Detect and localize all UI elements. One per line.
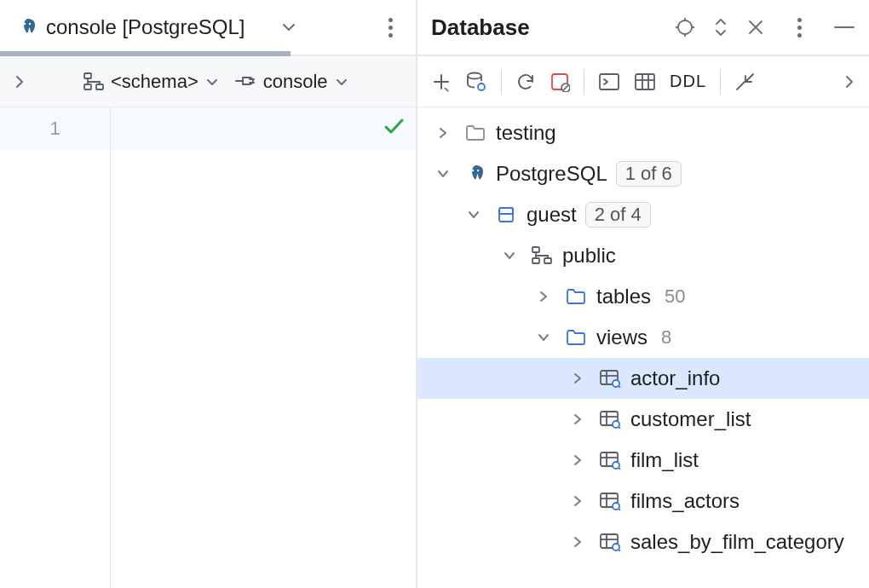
chevron-down-icon [335, 75, 348, 89]
editor-line: 1 [0, 107, 416, 150]
svg-point-17 [472, 170, 474, 171]
chevron-down-icon [205, 75, 219, 89]
editor-pane: console [PostgreSQL] <schema> [0, 0, 417, 588]
view-icon [598, 533, 622, 551]
chevron-right-icon [566, 372, 590, 384]
status-ok-icon [382, 114, 406, 138]
tree-node-views[interactable]: views 8 [417, 317, 869, 358]
database-tree[interactable]: testing PostgreSQL 1 of 6 guest 2 of 4 p… [417, 107, 869, 588]
code-editor[interactable]: 1 [0, 107, 416, 588]
refresh-button[interactable] [515, 72, 536, 92]
svg-rect-21 [532, 247, 539, 252]
svg-point-27 [613, 380, 619, 387]
tree-node-tables[interactable]: tables 50 [417, 276, 869, 317]
tree-label: customer_list [630, 407, 751, 431]
svg-line-48 [619, 550, 620, 551]
svg-line-43 [619, 509, 620, 510]
svg-point-8 [478, 84, 485, 90]
folder-icon [564, 329, 588, 346]
tree-node-public[interactable]: public [417, 235, 869, 276]
chevron-down-icon [498, 250, 521, 262]
datasource-properties-button[interactable] [465, 71, 487, 93]
database-pane: Database DDL [417, 0, 869, 588]
chevron-right-icon [566, 454, 590, 466]
svg-rect-23 [544, 258, 551, 263]
editor-tab-title: console [PostgreSQL] [46, 15, 245, 39]
svg-rect-3 [84, 84, 91, 89]
svg-point-47 [613, 544, 619, 551]
svg-line-33 [619, 427, 620, 429]
minimize-icon[interactable] [833, 24, 855, 31]
editor-tab-bar: console [PostgreSQL] [0, 0, 416, 56]
svg-point-37 [613, 462, 619, 469]
expand-right-button[interactable] [843, 73, 855, 90]
schema-selector[interactable]: <schema> [78, 63, 224, 101]
hide-icon[interactable] [746, 18, 765, 37]
count-text: 8 [661, 326, 671, 349]
svg-point-5 [678, 20, 692, 34]
stop-button[interactable] [550, 72, 570, 92]
expand-collapse-icon[interactable] [712, 17, 729, 37]
tree-node-view-item[interactable]: sales_by_film_category [417, 522, 869, 562]
tree-label: actor_info [630, 366, 720, 390]
plug-icon [234, 72, 256, 91]
target-icon[interactable] [675, 17, 695, 37]
tree-label: tables [596, 285, 651, 308]
database-icon [494, 205, 518, 224]
database-toolbar: DDL [417, 56, 869, 107]
svg-rect-2 [84, 73, 91, 78]
svg-rect-20 [499, 208, 513, 214]
svg-line-28 [619, 386, 620, 388]
tree-node-guest[interactable]: guest 2 of 4 [417, 194, 869, 235]
chevron-right-icon [566, 495, 590, 507]
tree-label: views [596, 326, 647, 349]
svg-rect-13 [636, 74, 654, 89]
tree-label: public [562, 244, 616, 268]
editor-tab-console[interactable]: console [PostgreSQL] [17, 0, 245, 55]
editor-more-button[interactable] [373, 10, 407, 44]
line-number: 1 [0, 107, 111, 150]
chevron-right-icon [566, 536, 590, 548]
tree-label: film_list [630, 448, 699, 472]
postgres-icon [17, 17, 37, 37]
chevron-down-icon [462, 209, 486, 221]
tab-dropdown-button[interactable] [270, 9, 308, 46]
tree-node-view-item[interactable]: customer_list [417, 399, 869, 440]
svg-rect-4 [96, 84, 103, 89]
jump-to-console-button[interactable] [598, 72, 620, 91]
schema-label: <schema> [111, 71, 199, 93]
tree-label: PostgreSQL [496, 162, 607, 186]
ddl-button[interactable]: DDL [670, 72, 706, 91]
svg-rect-22 [532, 258, 539, 263]
gutter-column [0, 150, 111, 588]
chevron-down-icon [532, 331, 555, 343]
tree-node-view-item[interactable]: actor_info [417, 358, 869, 399]
tree-node-view-item[interactable]: films_actors [417, 481, 869, 522]
folder-icon [463, 124, 487, 141]
svg-rect-12 [600, 74, 619, 89]
chevron-right-icon [566, 413, 590, 425]
svg-point-1 [29, 23, 31, 25]
tree-label: guest [527, 203, 577, 227]
line-content[interactable] [111, 107, 416, 150]
table-view-button[interactable] [634, 72, 656, 91]
view-icon [598, 492, 622, 510]
count-badge: 1 of 6 [616, 161, 682, 187]
console-session-selector[interactable]: console [229, 63, 354, 101]
tree-node-view-item[interactable]: film_list [417, 440, 869, 481]
add-button[interactable] [431, 72, 452, 92]
postgres-icon [463, 164, 487, 184]
svg-point-18 [477, 170, 479, 171]
database-more-button[interactable] [782, 10, 816, 44]
view-icon [598, 451, 622, 470]
tree-node-testing[interactable]: testing [417, 112, 869, 153]
tab-underline [0, 51, 291, 56]
collapse-in-button[interactable] [734, 72, 757, 91]
editor-sub-toolbar: <schema> console [0, 56, 416, 107]
tree-node-postgresql[interactable]: PostgreSQL 1 of 6 [417, 153, 869, 194]
expand-left-button[interactable] [9, 63, 31, 101]
svg-point-42 [613, 503, 619, 510]
divider [501, 69, 502, 95]
svg-point-7 [468, 72, 481, 78]
database-header: Database [417, 0, 869, 56]
